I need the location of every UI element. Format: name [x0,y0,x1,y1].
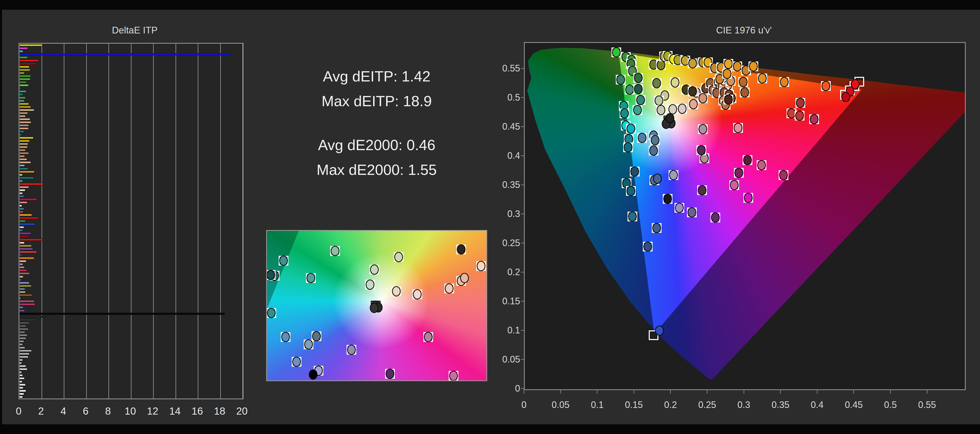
x-tick-label: 8 [105,405,111,417]
bar [19,124,29,126]
bar [19,325,26,327]
bar [19,128,29,129]
cie-measured-point [749,61,758,72]
bar [19,90,26,93]
bar [19,93,23,96]
cie-measured-point [796,98,805,108]
bar [19,168,28,170]
bar [19,263,23,265]
x-tick-label: 12 [147,405,159,417]
gamut-measured-point [347,345,356,355]
cie-y-tick [521,68,524,69]
cie-y-tick-label: 0.4 [508,150,520,161]
bar [19,328,28,330]
cie-measured-point [669,170,678,180]
bar [19,288,25,290]
bar [19,189,25,191]
cie-x-tick-label: 0.15 [625,399,643,410]
cie-x-tick [890,390,891,394]
bar [19,63,37,65]
bar [19,208,24,210]
bar [19,235,29,238]
cie-measured-point [625,85,634,95]
bar [19,282,29,284]
gridline [86,44,87,399]
max-de2000-value: Max dE2000: 1.55 [262,157,492,182]
cie-x-tick-label: 0.1 [591,399,604,410]
cie-measured-point [723,69,732,79]
bar [19,242,24,244]
x-tick-label: 4 [60,405,66,417]
bar [19,177,34,179]
cie-measured-point [698,124,707,134]
cie-x-tick [744,390,744,394]
bar [19,343,23,345]
bar [19,131,24,132]
bar [19,78,30,80]
bar [19,195,24,197]
bar [19,205,22,207]
bar [19,140,30,142]
bar [19,143,28,145]
cie-measured-point [688,86,697,96]
bar [19,316,45,318]
cie-x-tick [707,390,708,394]
cie-measured-point [634,84,643,94]
cie-measured-point [620,108,629,118]
bar [19,146,27,148]
cie-y-tick [521,330,524,330]
bar [19,291,25,293]
bar [19,279,21,281]
gamut-measured-point [281,332,290,342]
cie-measured-point [638,133,646,143]
bar [19,211,23,213]
cie-x-tick [927,390,928,394]
gamut-measured-point [386,369,394,379]
cie-measured-point [711,212,720,223]
bar [19,266,24,268]
bar [19,47,28,49]
gridline [153,44,154,399]
cie-y-tick-label: 0.25 [502,238,520,248]
cie-measured-point [740,87,749,97]
gridline [131,44,131,399]
x-tick-label: 18 [214,405,225,417]
cie-measured-point [697,145,706,155]
bar [19,192,23,194]
bar [19,254,22,256]
cie-y-tick-label: 0.55 [502,63,520,74]
cie-y-tick [521,185,524,185]
cie-measured-point [630,166,639,177]
bar [19,306,23,308]
cie-measured-point [627,186,635,196]
bar [19,50,23,52]
cie-x-tick-label: 0.05 [552,399,570,410]
gridline [198,44,198,399]
bar [19,53,231,56]
avg-de2000-value: Avg dE2000: 0.46 [262,132,492,157]
x-tick-label: 0 [16,405,21,417]
bar [19,106,31,108]
cie-y-tick [521,214,524,214]
cie-x-tick-label: 0.35 [772,399,789,410]
x-tick-label: 10 [124,405,136,417]
bar [19,300,35,302]
bar [19,359,23,361]
bar [19,276,23,278]
cie-measured-point [655,96,663,106]
cie-measured-point [687,207,696,217]
cie-measured-point [628,211,637,222]
cie-measured-point [653,174,662,184]
bar [19,365,26,367]
bar [19,155,25,157]
top-letterbox-bar [0,0,980,10]
bar [19,201,27,203]
cie-measured-point [616,75,625,85]
cie-measured-point [688,58,697,69]
cie-measured-point [779,170,788,180]
max-deitp-value: Max dEITP: 18.9 [262,89,492,113]
bar [19,368,27,370]
bar [19,353,29,355]
bar [19,319,36,321]
cie-measured-point [698,185,706,195]
